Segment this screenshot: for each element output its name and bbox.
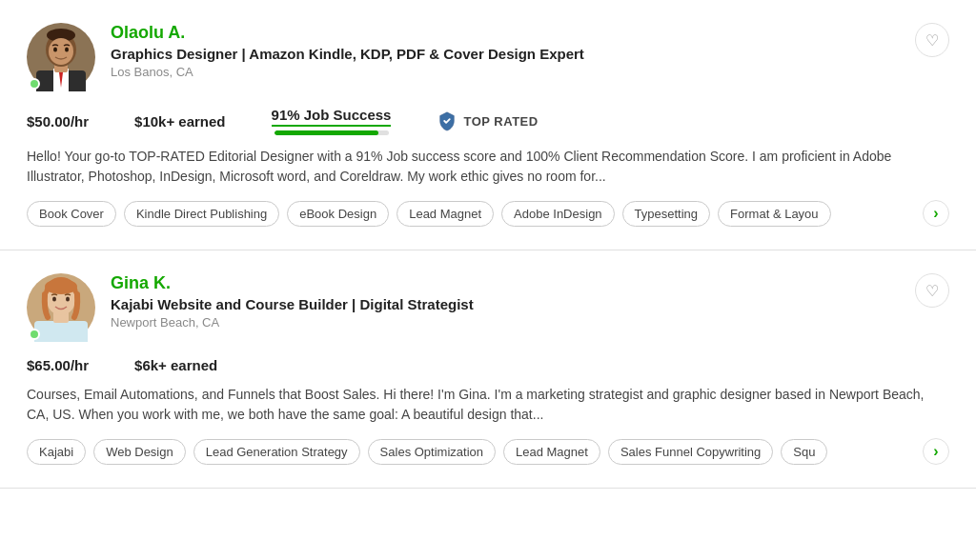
- skill-tag[interactable]: Sales Funnel Copywriting: [608, 439, 773, 465]
- skill-tag[interactable]: Lead Magnet: [396, 201, 494, 227]
- card-header: Gina K. Kajabi Website and Course Builde…: [27, 273, 949, 342]
- job-success: 91% Job Success: [272, 107, 392, 135]
- svg-point-17: [52, 297, 56, 302]
- description: Courses, Email Automations, and Funnels …: [27, 385, 949, 425]
- save-button[interactable]: ♡: [915, 23, 949, 57]
- rate: $65.00/hr: [27, 357, 89, 373]
- shield-icon: [437, 110, 458, 131]
- freelancer-title: Graphics Designer | Amazon Kindle, KDP, …: [111, 46, 949, 62]
- progress-bar: [274, 130, 389, 135]
- skill-tag[interactable]: Lead Generation Strategy: [193, 439, 360, 465]
- stats-row: $65.00/hr $6k+ earned: [27, 357, 949, 373]
- svg-rect-12: [34, 321, 88, 342]
- skill-tag[interactable]: Adobe InDesign: [501, 201, 615, 227]
- top-rated-label: TOP RATED: [463, 114, 538, 129]
- skill-tag[interactable]: Web Design: [93, 439, 186, 465]
- svg-point-8: [49, 38, 73, 65]
- freelancer-info: Olaolu A. Graphics Designer | Amazon Kin…: [111, 23, 949, 79]
- freelancer-title: Kajabi Website and Course Builder | Digi…: [111, 296, 949, 312]
- top-rated-badge: TOP RATED: [437, 110, 538, 131]
- job-success-label: 91% Job Success: [272, 107, 392, 127]
- svg-point-9: [53, 48, 57, 52]
- svg-point-16: [45, 279, 77, 294]
- online-indicator: [29, 329, 40, 340]
- freelancer-location: Los Banos, CA: [111, 65, 949, 79]
- freelancer-name[interactable]: Olaolu A.: [111, 23, 949, 43]
- skill-tag[interactable]: Sales Optimization: [368, 439, 496, 465]
- next-tags-button[interactable]: ›: [923, 200, 949, 227]
- skill-tag[interactable]: Book Cover: [27, 201, 116, 227]
- skill-tag[interactable]: eBook Design: [287, 201, 389, 227]
- skill-tag[interactable]: Kajabi: [27, 439, 86, 465]
- online-indicator: [29, 78, 40, 90]
- skill-tag[interactable]: Typesetting: [622, 201, 711, 227]
- skill-tag[interactable]: Squ: [781, 439, 827, 465]
- skill-tag[interactable]: Format & Layou: [718, 201, 831, 227]
- earned: $6k+ earned: [134, 357, 217, 373]
- description: Hello! Your go-to TOP-RATED Editorial De…: [27, 147, 949, 187]
- svg-point-10: [65, 48, 69, 52]
- avatar: [27, 273, 95, 342]
- freelancer-location: Newport Beach, CA: [111, 315, 949, 330]
- rate: $50.00/hr: [27, 113, 89, 130]
- avatar: [27, 23, 95, 91]
- progress-fill: [274, 130, 378, 135]
- tags-row: Book CoverKindle Direct PublishingeBook …: [27, 200, 949, 227]
- freelancer-card-olaolu: Olaolu A. Graphics Designer | Amazon Kin…: [0, 0, 976, 250]
- freelancer-card-gina: Gina K. Kajabi Website and Course Builde…: [0, 250, 976, 489]
- freelancer-name[interactable]: Gina K.: [111, 273, 949, 293]
- save-button[interactable]: ♡: [915, 273, 949, 308]
- stats-row: $50.00/hr $10k+ earned 91% Job Success T…: [27, 107, 949, 135]
- skill-tag[interactable]: Kindle Direct Publishing: [124, 201, 279, 227]
- card-header: Olaolu A. Graphics Designer | Amazon Kin…: [27, 23, 949, 91]
- freelancer-info: Gina K. Kajabi Website and Course Builde…: [111, 273, 949, 330]
- tags-row: KajabiWeb DesignLead Generation Strategy…: [27, 438, 949, 465]
- next-tags-button[interactable]: ›: [923, 438, 949, 465]
- earned: $10k+ earned: [134, 113, 226, 130]
- svg-point-18: [66, 297, 70, 302]
- skill-tag[interactable]: Lead Magnet: [503, 439, 600, 465]
